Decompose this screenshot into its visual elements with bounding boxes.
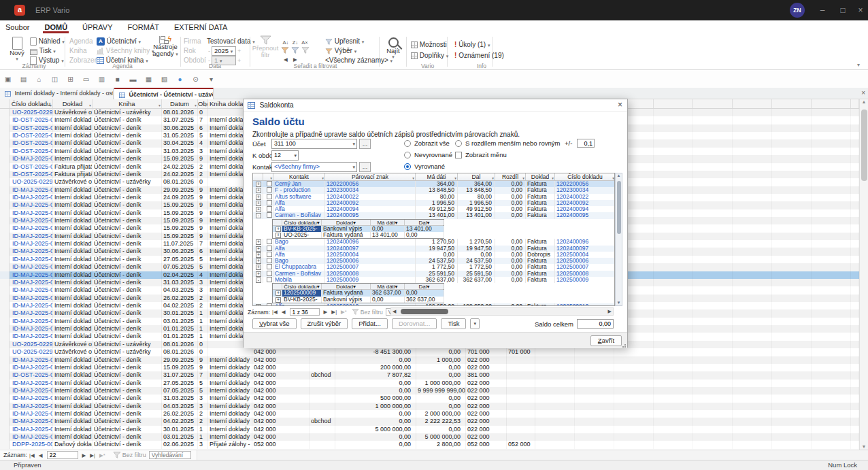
row-checkbox[interactable] (263, 194, 273, 200)
expand-icon[interactable]: + (256, 252, 261, 258)
grid-scrollbar-thumb[interactable] (617, 181, 621, 234)
grid-link-cell[interactable]: 1202200056 (325, 181, 416, 187)
grid-link-cell[interactable]: 1202500006 (325, 258, 416, 264)
row-selector[interactable] (0, 318, 10, 325)
document-number-link[interactable]: ID-OST-2025-0009 (10, 371, 53, 379)
expand-icon[interactable]: + (276, 226, 281, 232)
qat-icon-8[interactable]: ■ (110, 71, 125, 88)
toggle-filter-button[interactable]: Přepnoutfiltr (252, 35, 279, 58)
grid-link-cell[interactable]: Bago (273, 239, 325, 245)
expand-icon[interactable]: + (276, 233, 281, 238)
row-selector[interactable] (0, 217, 10, 224)
expand-icon[interactable]: + (256, 201, 261, 206)
qat-icon-2[interactable]: ▤ (16, 71, 31, 88)
document-number-link[interactable]: UO-2025-02293 (10, 348, 53, 356)
options-button[interactable]: Možnosti (411, 40, 447, 49)
row-selector[interactable] (0, 171, 10, 178)
ribbon-tab-formát[interactable]: FORMÁT (128, 20, 159, 34)
table-row[interactable]: ID-MAJ-2025-0003Interní dokladÚčetnictví… (0, 403, 859, 410)
qat-overflow-icon[interactable]: ▾ (203, 71, 219, 88)
row-checkbox[interactable] (263, 303, 273, 306)
row-selector[interactable] (0, 194, 10, 201)
row-selector[interactable] (0, 364, 10, 371)
row-selector[interactable] (0, 333, 10, 340)
document-number-link[interactable]: ID-OST-2025-0005 (10, 148, 53, 155)
row-selector[interactable] (0, 380, 10, 387)
expander-cell[interactable]: + (253, 258, 263, 264)
row-checkbox[interactable] (263, 187, 273, 193)
grid-link-cell[interactable]: 1202400096 (325, 239, 416, 245)
row-selector[interactable] (0, 410, 10, 418)
expander-cell[interactable]: + (273, 226, 282, 232)
document-number-link[interactable]: ID-MAJ-2025-0006 (10, 325, 53, 333)
grid-link-cell[interactable]: El Chuppacabra (273, 264, 325, 270)
grid-link-cell[interactable]: 1202500009 (555, 277, 615, 283)
expander-cell[interactable]: + (273, 297, 282, 303)
expander-cell[interactable]: + (253, 206, 263, 212)
row-selector[interactable] (0, 148, 10, 155)
ucet-combo[interactable]: 311 100▾ (271, 139, 357, 149)
new-record-nav-button[interactable]: ▶* (339, 309, 349, 315)
expander-cell[interactable]: + (273, 232, 282, 238)
grid-column-header[interactable]: Rozdíl▾ (495, 173, 526, 180)
grid-vertical-scrollbar[interactable]: ▲ ▼ (615, 173, 622, 306)
expand-icon[interactable]: + (256, 258, 261, 264)
expand-icon[interactable]: + (276, 290, 281, 296)
grid-row[interactable]: +Carmen - Bořislav120250000825 591,5025 … (253, 271, 614, 277)
grid-row[interactable]: +Altus software120240002280,0080,000,00F… (253, 194, 614, 200)
row-selector[interactable] (0, 116, 10, 124)
collapse-icon[interactable]: - (256, 213, 261, 218)
document-number-link[interactable]: ID-MAJ-2025-0020 (10, 201, 53, 209)
document-number-link[interactable]: ID-MAJ-2025-0005 (10, 395, 53, 402)
grid-link-cell[interactable]: Mobila (273, 277, 325, 283)
collapse-ribbon-icon[interactable]: ▾ (857, 62, 860, 68)
qat-icon-5[interactable]: ⊞ (63, 71, 78, 88)
row-selector[interactable] (0, 139, 10, 147)
grid-link-cell[interactable]: 1202500009 (325, 277, 416, 283)
grid-row[interactable]: +Alfa120240009449 912,5049 912,500,00Fak… (253, 206, 614, 212)
grid-column-header[interactable]: Dal▾ (458, 173, 495, 180)
grid-row[interactable]: +El Chuppacabra12025000071 772,501 772,5… (253, 264, 614, 270)
grid-link-cell[interactable]: 1202200056 (555, 181, 615, 187)
document-number-link[interactable]: ID-MAJ-2025-0019 (10, 224, 53, 232)
row-selector[interactable] (0, 209, 10, 217)
print-dropdown-icon[interactable]: ▾ (470, 318, 480, 329)
document-number-link[interactable]: ID-OST-2025-0003 (10, 171, 53, 178)
collapse-icon[interactable]: - (256, 278, 261, 283)
subgrid-column-header[interactable]: Dal▾ (405, 220, 444, 225)
grid-link-cell[interactable]: 1202400092 (325, 200, 416, 206)
grid-link-cell[interactable]: Černý Jan (273, 181, 325, 187)
print-button[interactable]: Tisk ▾ (30, 46, 56, 55)
subgrid-column-header[interactable]: Doklad▾ (322, 220, 371, 225)
resize-grip[interactable] (622, 343, 627, 348)
kontakt-browse-button[interactable]: ... (359, 162, 371, 172)
row-checkbox[interactable] (263, 252, 273, 258)
expand-icon[interactable]: + (256, 304, 261, 306)
close-document-icon[interactable]: × (861, 88, 865, 99)
grid-row[interactable]: +Černý Jan1202200056364,00364,000,00Fakt… (253, 181, 614, 187)
qat-icon-1[interactable]: ▣ (0, 71, 16, 88)
grid-link-cell[interactable]: 1202500007 (555, 264, 615, 270)
row-selector[interactable] (0, 132, 10, 139)
ribbon-tab-soubor[interactable]: Soubor (5, 20, 29, 34)
expander-cell[interactable]: - (253, 277, 263, 283)
document-number-link[interactable]: ID-MAJ-2025-0003 (10, 418, 53, 425)
document-number-link[interactable]: ID-MAJ-2025-0002 (10, 309, 53, 317)
expander-cell[interactable]: + (253, 271, 263, 277)
document-number-link[interactable]: ID-MAJ-2025-0022 (10, 248, 53, 255)
new-record-button[interactable]: Nový▾ (5, 35, 29, 62)
subgrid-document-cell[interactable]: 1202500009 (282, 290, 322, 296)
subgrid-column-header[interactable]: Číslo dokladu▾ (282, 284, 322, 289)
document-number-link[interactable]: ID-MAJ-2025-0007 (10, 380, 53, 387)
grid-link-cell[interactable]: 1202400022 (555, 194, 615, 200)
grid-link-cell[interactable]: Alfa (273, 206, 325, 212)
saldo-celkem-input[interactable] (577, 319, 614, 329)
expand-icon[interactable]: + (256, 265, 261, 270)
qat-icon-7[interactable]: ▥ (94, 71, 110, 88)
subgrid-column-header[interactable]: Doklad▾ (322, 284, 371, 289)
expander-cell[interactable]: + (273, 290, 282, 296)
row-selector[interactable] (0, 403, 10, 410)
qat-icon-13[interactable]: ⊙ (188, 71, 203, 88)
grid-column-header[interactable]: Má dáti▾ (416, 173, 458, 180)
document-number-link[interactable]: ID-MAJ-2025-0006 (10, 263, 53, 271)
